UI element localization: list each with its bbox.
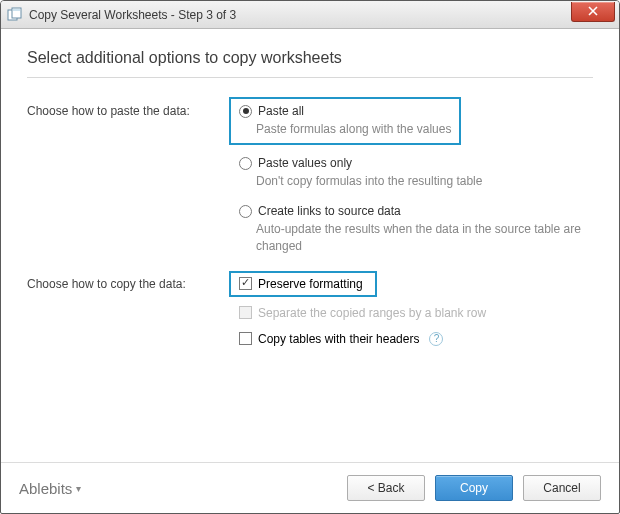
help-icon[interactable]: ? bbox=[429, 332, 443, 346]
button-label: < Back bbox=[367, 481, 404, 495]
checkbox-icon bbox=[239, 306, 252, 319]
checkbox-icon bbox=[239, 332, 252, 345]
radio-paste-values[interactable]: Paste values only bbox=[237, 155, 593, 171]
copy-options: Preserve formatting Separate the copied … bbox=[237, 276, 593, 357]
paste-section: Choose how to paste the data: Paste all … bbox=[27, 103, 593, 254]
content-area: Select additional options to copy worksh… bbox=[1, 29, 619, 462]
checkbox-label: Separate the copied ranges by a blank ro… bbox=[258, 306, 486, 320]
radio-icon bbox=[239, 105, 252, 118]
radio-icon bbox=[239, 157, 252, 170]
checkbox-copy-headers[interactable]: Copy tables with their headers ? bbox=[237, 331, 593, 347]
highlight-preserve-formatting: Preserve formatting bbox=[229, 271, 377, 297]
page-heading: Select additional options to copy worksh… bbox=[27, 49, 593, 67]
titlebar: Copy Several Worksheets - Step 3 of 3 bbox=[1, 1, 619, 29]
cancel-button[interactable]: Cancel bbox=[523, 475, 601, 501]
dialog-window: Copy Several Worksheets - Step 3 of 3 Se… bbox=[0, 0, 620, 514]
radio-label: Create links to source data bbox=[258, 204, 401, 218]
window-title: Copy Several Worksheets - Step 3 of 3 bbox=[29, 8, 236, 22]
paste-label: Choose how to paste the data: bbox=[27, 103, 237, 254]
radio-desc: Paste formulas along with the values bbox=[256, 121, 451, 137]
radio-paste-all[interactable]: Paste all bbox=[237, 103, 451, 119]
radio-desc: Auto-update the results when the data in… bbox=[256, 221, 593, 253]
app-icon bbox=[7, 7, 23, 23]
checkbox-label: Preserve formatting bbox=[258, 277, 363, 291]
button-label: Cancel bbox=[543, 481, 580, 495]
checkbox-separate-blank-row: Separate the copied ranges by a blank ro… bbox=[237, 305, 593, 321]
radio-desc: Don't copy formulas into the resulting t… bbox=[256, 173, 593, 189]
footer: Ablebits ▾ < Back Copy Cancel bbox=[1, 462, 619, 513]
radio-icon bbox=[239, 205, 252, 218]
radio-create-links[interactable]: Create links to source data bbox=[237, 203, 593, 219]
close-icon bbox=[588, 6, 598, 18]
divider bbox=[27, 77, 593, 79]
checkbox-icon bbox=[239, 277, 252, 290]
radio-label: Paste values only bbox=[258, 156, 352, 170]
radio-label: Paste all bbox=[258, 104, 304, 118]
copy-label: Choose how to copy the data: bbox=[27, 276, 237, 357]
highlight-paste-all: Paste all Paste formulas along with the … bbox=[229, 97, 461, 145]
checkbox-label: Copy tables with their headers bbox=[258, 332, 419, 346]
close-button[interactable] bbox=[571, 2, 615, 22]
chevron-down-icon: ▾ bbox=[76, 483, 81, 494]
brand-label: Ablebits bbox=[19, 480, 72, 497]
copy-section: Choose how to copy the data: Preserve fo… bbox=[27, 276, 593, 357]
svg-rect-2 bbox=[13, 9, 20, 11]
button-label: Copy bbox=[460, 481, 488, 495]
brand-menu[interactable]: Ablebits ▾ bbox=[19, 480, 337, 497]
paste-options: Paste all Paste formulas along with the … bbox=[237, 103, 593, 254]
checkbox-preserve-formatting[interactable]: Preserve formatting bbox=[237, 276, 365, 292]
back-button[interactable]: < Back bbox=[347, 475, 425, 501]
copy-button[interactable]: Copy bbox=[435, 475, 513, 501]
